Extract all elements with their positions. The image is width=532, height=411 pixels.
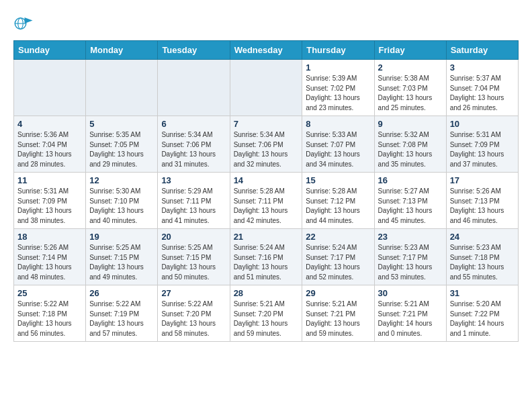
day-cell: 22Sunrise: 5:24 AM Sunset: 7:17 PM Dayli… [302, 229, 374, 285]
day-info: Sunrise: 5:34 AM Sunset: 7:06 PM Dayligh… [234, 130, 299, 169]
day-info: Sunrise: 5:24 AM Sunset: 7:16 PM Dayligh… [234, 243, 299, 282]
day-cell [158, 60, 230, 116]
week-row-5: 25Sunrise: 5:22 AM Sunset: 7:18 PM Dayli… [14, 285, 519, 342]
day-cell: 6Sunrise: 5:34 AM Sunset: 7:06 PM Daylig… [158, 116, 230, 173]
day-cell: 26Sunrise: 5:22 AM Sunset: 7:19 PM Dayli… [86, 285, 158, 342]
day-info: Sunrise: 5:23 AM Sunset: 7:17 PM Dayligh… [378, 243, 443, 282]
day-cell: 30Sunrise: 5:21 AM Sunset: 7:21 PM Dayli… [374, 285, 446, 342]
day-cell: 8Sunrise: 5:33 AM Sunset: 7:07 PM Daylig… [302, 116, 374, 173]
day-number: 31 [450, 288, 515, 298]
day-cell: 25Sunrise: 5:22 AM Sunset: 7:18 PM Dayli… [14, 285, 86, 342]
day-number: 2 [378, 62, 443, 73]
day-number: 12 [89, 175, 154, 185]
day-number: 4 [17, 119, 82, 129]
page: SundayMondayTuesdayWednesdayThursdayFrid… [0, 0, 532, 349]
day-number: 10 [450, 119, 515, 129]
day-info: Sunrise: 5:26 AM Sunset: 7:13 PM Dayligh… [450, 187, 515, 226]
day-cell [86, 60, 158, 116]
day-cell [14, 60, 86, 116]
day-number: 28 [234, 288, 299, 298]
day-info: Sunrise: 5:22 AM Sunset: 7:18 PM Dayligh… [17, 300, 82, 338]
day-cell: 4Sunrise: 5:36 AM Sunset: 7:04 PM Daylig… [14, 116, 86, 173]
day-cell: 19Sunrise: 5:25 AM Sunset: 7:15 PM Dayli… [86, 229, 158, 285]
day-cell: 1Sunrise: 5:39 AM Sunset: 7:02 PM Daylig… [302, 60, 374, 116]
header-row: SundayMondayTuesdayWednesdayThursdayFrid… [14, 41, 519, 60]
day-info: Sunrise: 5:31 AM Sunset: 7:09 PM Dayligh… [17, 187, 82, 226]
day-number: 15 [306, 175, 370, 185]
week-row-1: 1Sunrise: 5:39 AM Sunset: 7:02 PM Daylig… [14, 60, 519, 116]
day-info: Sunrise: 5:35 AM Sunset: 7:05 PM Dayligh… [89, 130, 154, 169]
day-info: Sunrise: 5:28 AM Sunset: 7:12 PM Dayligh… [306, 187, 370, 226]
day-cell: 23Sunrise: 5:23 AM Sunset: 7:17 PM Dayli… [374, 229, 446, 285]
svg-marker-4 [25, 17, 33, 24]
week-row-4: 18Sunrise: 5:26 AM Sunset: 7:14 PM Dayli… [14, 229, 519, 285]
day-info: Sunrise: 5:21 AM Sunset: 7:20 PM Dayligh… [234, 300, 299, 338]
day-cell: 28Sunrise: 5:21 AM Sunset: 7:20 PM Dayli… [230, 285, 302, 342]
day-info: Sunrise: 5:36 AM Sunset: 7:04 PM Dayligh… [17, 130, 82, 169]
day-number: 8 [306, 119, 370, 129]
day-info: Sunrise: 5:34 AM Sunset: 7:06 PM Dayligh… [161, 130, 226, 169]
day-cell: 3Sunrise: 5:37 AM Sunset: 7:04 PM Daylig… [446, 60, 518, 116]
header [13, 13, 519, 34]
day-cell: 5Sunrise: 5:35 AM Sunset: 7:05 PM Daylig… [86, 116, 158, 173]
day-number: 16 [378, 175, 443, 185]
day-number: 1 [306, 62, 370, 73]
day-cell: 16Sunrise: 5:27 AM Sunset: 7:13 PM Dayli… [374, 173, 446, 229]
day-number: 5 [89, 119, 154, 129]
day-number: 27 [161, 288, 226, 298]
day-number: 24 [450, 232, 515, 242]
day-info: Sunrise: 5:21 AM Sunset: 7:21 PM Dayligh… [306, 300, 370, 338]
col-header-saturday: Saturday [446, 41, 518, 60]
day-cell: 15Sunrise: 5:28 AM Sunset: 7:12 PM Dayli… [302, 173, 374, 229]
day-info: Sunrise: 5:22 AM Sunset: 7:20 PM Dayligh… [161, 300, 226, 338]
day-info: Sunrise: 5:37 AM Sunset: 7:04 PM Dayligh… [450, 74, 515, 113]
day-number: 26 [89, 288, 154, 298]
day-info: Sunrise: 5:25 AM Sunset: 7:15 PM Dayligh… [161, 243, 226, 282]
day-info: Sunrise: 5:39 AM Sunset: 7:02 PM Dayligh… [306, 74, 370, 113]
col-header-wednesday: Wednesday [230, 41, 302, 60]
day-info: Sunrise: 5:33 AM Sunset: 7:07 PM Dayligh… [306, 130, 370, 169]
day-cell: 14Sunrise: 5:28 AM Sunset: 7:11 PM Dayli… [230, 173, 302, 229]
day-number: 25 [17, 288, 82, 298]
day-number: 29 [306, 288, 370, 298]
day-info: Sunrise: 5:26 AM Sunset: 7:14 PM Dayligh… [17, 243, 82, 282]
day-cell: 17Sunrise: 5:26 AM Sunset: 7:13 PM Dayli… [446, 173, 518, 229]
day-number: 18 [17, 232, 82, 242]
day-info: Sunrise: 5:27 AM Sunset: 7:13 PM Dayligh… [378, 187, 443, 226]
day-info: Sunrise: 5:20 AM Sunset: 7:22 PM Dayligh… [450, 300, 515, 338]
day-number: 17 [450, 175, 515, 185]
day-cell: 7Sunrise: 5:34 AM Sunset: 7:06 PM Daylig… [230, 116, 302, 173]
col-header-tuesday: Tuesday [158, 41, 230, 60]
week-row-3: 11Sunrise: 5:31 AM Sunset: 7:09 PM Dayli… [14, 173, 519, 229]
day-number: 21 [234, 232, 299, 242]
logo [13, 13, 36, 34]
day-cell: 13Sunrise: 5:29 AM Sunset: 7:11 PM Dayli… [158, 173, 230, 229]
day-number: 30 [378, 288, 443, 298]
day-cell: 10Sunrise: 5:31 AM Sunset: 7:09 PM Dayli… [446, 116, 518, 173]
day-number: 20 [161, 232, 226, 242]
col-header-monday: Monday [86, 41, 158, 60]
day-number: 6 [161, 119, 226, 129]
logo-icon [13, 13, 34, 34]
col-header-friday: Friday [374, 41, 446, 60]
day-cell: 2Sunrise: 5:38 AM Sunset: 7:03 PM Daylig… [374, 60, 446, 116]
col-header-sunday: Sunday [14, 41, 86, 60]
day-cell: 24Sunrise: 5:23 AM Sunset: 7:18 PM Dayli… [446, 229, 518, 285]
day-number: 22 [306, 232, 370, 242]
day-number: 9 [378, 119, 443, 129]
day-info: Sunrise: 5:28 AM Sunset: 7:11 PM Dayligh… [234, 187, 299, 226]
day-number: 3 [450, 62, 515, 73]
day-info: Sunrise: 5:21 AM Sunset: 7:21 PM Dayligh… [378, 300, 443, 338]
day-cell: 27Sunrise: 5:22 AM Sunset: 7:20 PM Dayli… [158, 285, 230, 342]
calendar: SundayMondayTuesdayWednesdayThursdayFrid… [13, 40, 519, 342]
week-row-2: 4Sunrise: 5:36 AM Sunset: 7:04 PM Daylig… [14, 116, 519, 173]
day-info: Sunrise: 5:23 AM Sunset: 7:18 PM Dayligh… [450, 243, 515, 282]
day-cell: 12Sunrise: 5:30 AM Sunset: 7:10 PM Dayli… [86, 173, 158, 229]
day-cell: 29Sunrise: 5:21 AM Sunset: 7:21 PM Dayli… [302, 285, 374, 342]
day-number: 19 [89, 232, 154, 242]
day-cell: 20Sunrise: 5:25 AM Sunset: 7:15 PM Dayli… [158, 229, 230, 285]
day-cell [230, 60, 302, 116]
day-info: Sunrise: 5:31 AM Sunset: 7:09 PM Dayligh… [450, 130, 515, 169]
day-info: Sunrise: 5:38 AM Sunset: 7:03 PM Dayligh… [378, 74, 443, 113]
day-cell: 11Sunrise: 5:31 AM Sunset: 7:09 PM Dayli… [14, 173, 86, 229]
